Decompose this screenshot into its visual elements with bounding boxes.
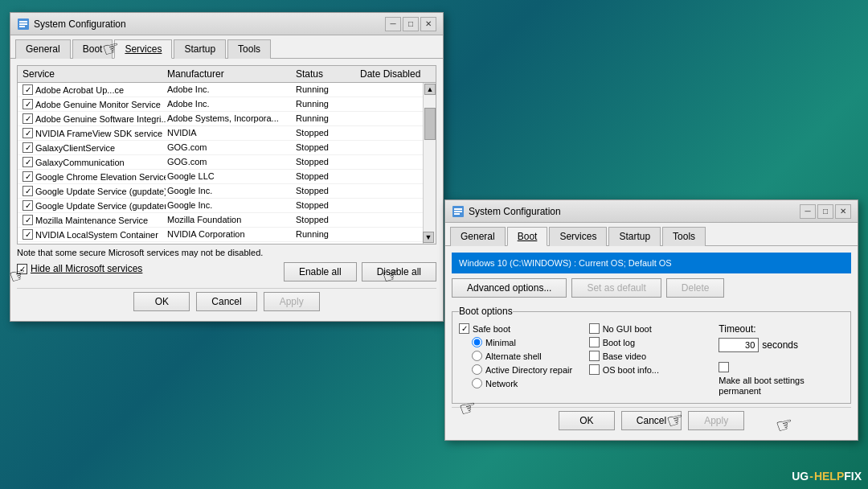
manufacturer-cell: NVIDIA Corporation [166,228,294,240]
no-gui-label: No GUI boot [603,324,652,334]
table-row[interactable]: ✓ GalaxyCommunication GOG.com Stopped [18,155,436,170]
base-video-label: Base video [603,351,646,361]
tab-general[interactable]: General [15,39,71,59]
table-row[interactable]: ✓ NVIDIA FrameView SDK service NVIDIA St… [18,126,436,141]
ok-button-w1[interactable]: OK [133,292,190,311]
cancel-button-w2[interactable]: Cancel [621,411,682,430]
tab-services[interactable]: Services [114,39,172,59]
row-checkbox[interactable]: ✓ [23,113,33,124]
boot-col-3: Timeout: 30 seconds Make all boot settin… [719,323,844,397]
row-checkbox[interactable]: ✓ [23,84,33,95]
tab-tools-2[interactable]: Tools [662,227,706,246]
manufacturer-cell: Mozilla Foundation [166,214,294,226]
tab-general-2[interactable]: General [450,227,506,246]
maximize-button[interactable]: □ [403,17,419,31]
table-row[interactable]: ✓ Google Chrome Elevation Service Google… [18,170,436,184]
os-boot-info-checkbox[interactable] [589,364,600,375]
table-row[interactable]: ✓ NVIDIA LocalSystem Container NVIDIA Co… [18,228,436,242]
set-default-button[interactable]: Set as default [571,278,661,298]
manufacturer-cell: Google Inc. [166,185,294,197]
tab-boot[interactable]: Boot [72,39,113,59]
advanced-options-button[interactable]: Advanced options... [452,278,567,298]
table-row[interactable]: ✓ Adobe Genuine Software Integri... Adob… [18,112,436,126]
service-cell: ✓ Mozilla Maintenance Service [21,214,166,226]
table-row[interactable]: ✓ Google Update Service (gupdatem) Googl… [18,199,436,213]
minimize-button-2[interactable]: ─ [800,204,816,219]
table-row[interactable]: ✓ Adobe Acrobat Up...ce Adobe Inc. Runni… [18,83,436,97]
svg-rect-6 [454,211,462,212]
service-cell: ✓ NVIDIA FrameView SDK service [21,127,166,139]
timeout-input[interactable]: 30 [719,338,759,352]
window1-bottom-buttons: OK Cancel Apply [17,288,436,314]
header-service: Service [21,68,166,80]
boot-options-legend: Boot options [459,306,513,317]
row-checkbox[interactable]: ✓ [23,99,33,109]
safe-boot-item: ✓ Safe boot [459,323,584,334]
boot-list-item: Windows 10 (C:\WINDOWS) : Current OS; De… [456,257,847,269]
table-body: ✓ Adobe Acrobat Up...ce Adobe Inc. Runni… [18,83,436,244]
minimize-button[interactable]: ─ [385,17,401,31]
tab-tools[interactable]: Tools [227,39,271,59]
header-date: Date Disabled [358,68,439,80]
service-cell: ✓ Adobe Acrobat Up...ce [21,84,166,96]
make-permanent-checkbox[interactable] [719,362,729,372]
cancel-button-w1[interactable]: Cancel [196,292,256,311]
safe-boot-checkbox[interactable]: ✓ [459,323,469,334]
no-gui-checkbox[interactable] [589,323,600,334]
base-video-checkbox[interactable] [589,351,600,361]
active-directory-item: Active Directory repair [459,364,584,375]
apply-button-w2[interactable]: Apply [688,411,744,430]
status-cell: Running [294,228,358,240]
row-checkbox[interactable]: ✓ [23,229,33,240]
service-cell: ✓ NVIDIA LocalSystem Container [21,228,166,240]
maximize-button-2[interactable]: □ [817,204,833,219]
scrollbar[interactable]: ▲ ▼ [423,83,436,244]
close-button[interactable]: ✕ [420,17,436,31]
boot-list[interactable]: Windows 10 (C:\WINDOWS) : Current OS; De… [452,253,851,273]
table-row[interactable]: ✓ GalaxyClientService GOG.com Stopped [18,141,436,155]
table-row[interactable]: ✓ Google Update Service (gupdate) Google… [18,184,436,199]
watermark: UG - HELP FIX [792,470,862,483]
minimal-radio[interactable] [472,337,482,347]
hide-ms-label: Hide all Microsoft services [31,263,142,274]
row-checkbox[interactable]: ✓ [23,215,33,225]
ok-button-w2[interactable]: OK [559,411,615,430]
row-checkbox[interactable]: ✓ [23,186,33,196]
table-row[interactable]: ✓ Mozilla Maintenance Service Mozilla Fo… [18,213,436,228]
status-cell: Stopped [294,214,358,226]
table-row[interactable]: ✓ Adobe Genuine Monitor Service Adobe In… [18,97,436,112]
os-boot-info-label: OS boot info... [603,365,659,375]
tab-startup[interactable]: Startup [174,39,226,59]
status-cell: Stopped [294,142,358,154]
boot-log-checkbox[interactable] [589,337,600,347]
boot-btn-row: Advanced options... Set as default Delet… [452,278,851,298]
tab-startup-2[interactable]: Startup [608,227,661,246]
row-checkbox[interactable]: ✓ [23,171,33,182]
svg-rect-5 [454,208,462,210]
watermark-ug: UG [792,470,809,483]
alternate-shell-radio[interactable] [472,351,482,361]
row-checkbox[interactable]: ✓ [23,128,33,138]
row-checkbox[interactable]: ✓ [23,157,33,167]
row-checkbox[interactable]: ✓ [23,200,33,211]
table-row[interactable]: ✓ NVIDIA Display Container LS NVIDIA Cor… [18,242,436,244]
active-directory-radio[interactable] [472,364,482,375]
manufacturer-cell: Adobe Inc. [166,98,294,110]
window2-title: System Configuration [469,206,561,217]
tab-boot-2[interactable]: Boot [507,227,548,246]
svg-rect-3 [19,26,25,27]
watermark-dash: - [809,470,813,483]
app-icon [17,18,30,31]
delete-button[interactable]: Delete [666,278,725,298]
hide-ms-checkbox[interactable]: ✓ [17,264,27,274]
status-cell: Running [294,243,358,244]
apply-button-w1[interactable]: Apply [264,292,320,311]
enable-all-button[interactable]: Enable all [284,262,357,281]
tab-services-2[interactable]: Services [549,227,607,246]
disable-all-button[interactable]: Disable all [362,262,436,281]
scroll-thumb[interactable] [424,108,436,140]
network-radio[interactable] [472,378,482,388]
close-button-2[interactable]: ✕ [835,204,851,219]
row-checkbox[interactable]: ✓ [23,142,33,153]
alternate-shell-label: Alternate shell [485,351,542,361]
